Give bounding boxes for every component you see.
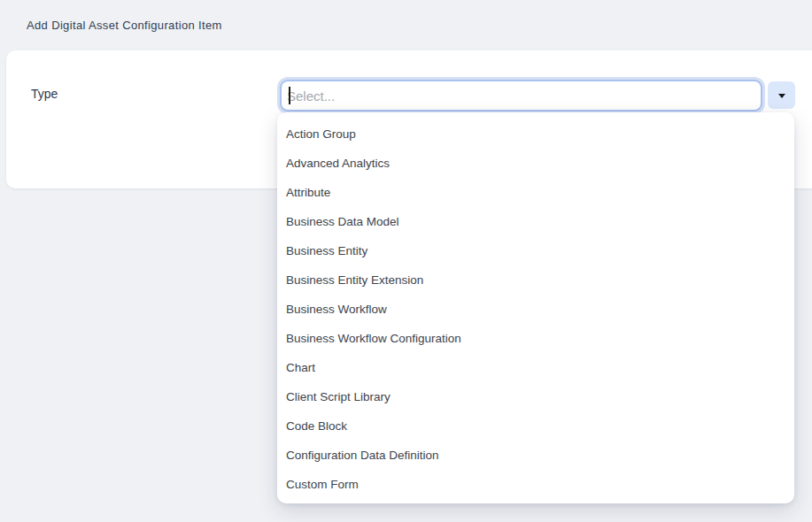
dropdown-option[interactable]: Custom Form (277, 470, 794, 499)
dropdown-toggle-button[interactable] (768, 81, 795, 109)
dropdown-option[interactable]: Business Entity (277, 236, 794, 265)
caret-down-icon (778, 94, 785, 98)
dropdown-option[interactable]: Configuration Data Definition (277, 441, 794, 470)
type-field-label: Type (31, 80, 58, 108)
dropdown-option[interactable]: Chart (277, 353, 794, 382)
type-select-input[interactable] (280, 80, 762, 111)
dropdown-option[interactable]: Business Workflow Configuration (277, 324, 794, 353)
dropdown-option[interactable]: Business Workflow (277, 295, 794, 324)
type-select-wrap (280, 80, 762, 111)
dropdown-option[interactable]: Code Block (277, 411, 794, 441)
text-cursor (289, 87, 290, 104)
dropdown-option[interactable]: Attribute (277, 178, 794, 207)
dropdown-option[interactable]: Advanced Analytics (277, 149, 794, 178)
dropdown-option[interactable]: Action Group (277, 119, 794, 149)
type-options-dropdown: Action GroupAdvanced AnalyticsAttributeB… (277, 112, 794, 503)
dropdown-option[interactable]: Client Script Library (277, 382, 794, 411)
dropdown-option[interactable]: Business Entity Extension (277, 265, 794, 295)
dropdown-option[interactable]: Business Data Model (277, 207, 794, 236)
page-title: Add Digital Asset Configuration Item (27, 0, 222, 50)
